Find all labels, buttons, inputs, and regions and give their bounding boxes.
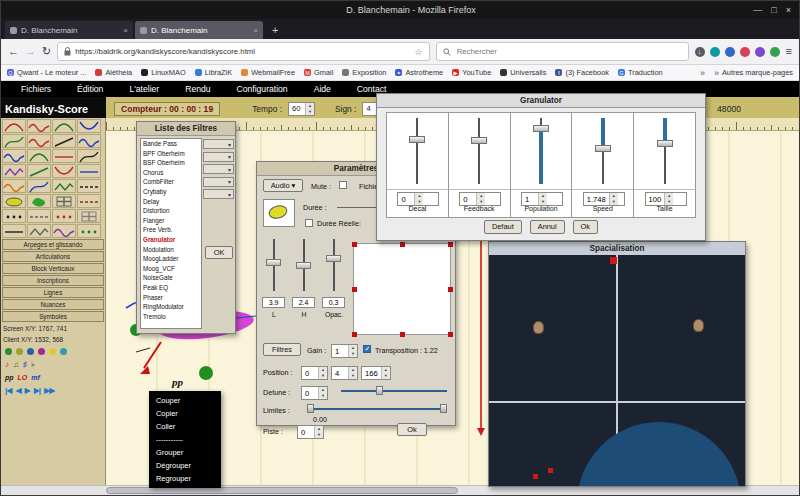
color-dot[interactable] [16,348,23,355]
filter-list-item[interactable]: Delay [141,197,201,207]
spinner-down-icon[interactable]: ▼ [306,109,314,115]
menu-item-dition[interactable]: Édition [77,84,103,94]
spinner-arrows[interactable]: ▲▼ [318,387,327,399]
extension-green-icon[interactable] [770,47,780,57]
audio-dropdown[interactable]: Audio ▾ [263,179,303,192]
granulator-slider[interactable] [572,113,633,190]
spatial-source-marker[interactable] [610,257,617,264]
category-button-arpeges-et-glissando[interactable]: Arpeges et glissando [2,239,104,250]
tab-close-icon[interactable]: × [253,26,258,35]
palette-cell-hline[interactable] [2,224,26,238]
category-button-articulations[interactable]: Articulations [2,251,104,262]
menu-item-configuration[interactable]: Configuration [237,84,288,94]
search-input[interactable] [455,46,682,57]
note-symbol[interactable]: ♫ [13,361,19,369]
scrollbar-thumb[interactable] [106,487,458,494]
palette-cell-zig[interactable] [52,179,76,193]
granulator-slider[interactable] [634,113,695,190]
color-dot[interactable] [5,348,12,355]
selection-handle[interactable] [352,332,357,337]
filter-list-item[interactable]: BPF Oberheim [141,149,201,159]
spinner-down-icon[interactable]: ▼ [349,351,357,357]
note-symbol[interactable]: ♪ [5,361,9,369]
spinner-down-icon[interactable]: ▼ [319,393,327,399]
palette-cell-dash[interactable] [77,194,101,208]
granulator-value-spinner[interactable]: 0▲▼ [459,192,501,206]
palette-cell-hline[interactable] [77,164,101,178]
reload-button[interactable]: ↻ [42,46,51,57]
palette-cell-curve[interactable] [27,179,51,193]
palette-cell-wave[interactable] [27,119,51,133]
track-spinner[interactable]: 0▲▼ [297,425,324,439]
filter-slot-select[interactable]: ▾ [203,189,234,199]
filter-list-item[interactable]: Tremolo [141,312,201,322]
filters-ok-button[interactable]: OK [205,246,233,259]
spatialisation-panel-title[interactable]: Spacialisation [489,242,745,256]
slider-thumb[interactable] [296,262,311,269]
browser-tab[interactable]: D. Blanchemain× [135,21,263,39]
spinner-arrows[interactable]: ▲▼ [348,367,357,379]
palette-cell-arc[interactable] [52,119,76,133]
slider-thumb[interactable] [326,255,341,262]
other-bookmarks-button[interactable]: » Autres marque-pages [714,68,793,78]
bookmark-star-icon[interactable]: ☆ [415,47,423,57]
dynamics-symbol[interactable]: pp [5,374,14,381]
filter-list-item[interactable]: BSF Oberheim [141,158,201,168]
dynamics-text[interactable]: pp [171,376,184,388]
spinner-down-icon[interactable]: ▼ [319,373,327,379]
listener-icon[interactable] [533,321,544,334]
palette-cell-wave[interactable] [2,149,26,163]
tab-close-icon[interactable]: × [123,26,128,35]
filter-list-item[interactable]: Free Verb. [141,225,201,235]
filter-list-item[interactable]: Phaser [141,293,201,303]
bookmark-item[interactable]: f(3) Facebook [555,68,609,77]
spinner-arrows[interactable]: ▲▼ [318,367,327,379]
spatial-red-dot[interactable] [548,468,553,473]
category-button-inscriptions[interactable]: Inscriptions [2,275,104,286]
palette-cell-hline[interactable] [52,149,76,163]
palette-cell-wave[interactable] [77,134,101,148]
filter-list-item[interactable]: NoiseGate [141,273,201,283]
note-symbol[interactable]: ♭ [31,361,35,369]
palette-cell-grid[interactable] [77,209,101,223]
filters-listbox[interactable]: Bande PassBPF OberheimBSF OberheimChorus… [140,138,202,329]
palette-cell-curve[interactable] [77,149,101,163]
dynamics-symbol[interactable]: mf [31,374,40,381]
palette-cell-arcdown[interactable] [52,164,76,178]
filter-list-item[interactable]: MoogLadder [141,254,201,264]
limits-min-thumb[interactable] [307,404,314,413]
spinner-arrows[interactable]: ▲▼ [348,345,357,357]
spinner-arrows[interactable]: ▲▼ [476,193,485,205]
menu-item-fichiers[interactable]: Fichiers [21,84,51,94]
selection-handle[interactable] [448,287,453,292]
tempo-spinner[interactable]: 60▲▼ [288,102,315,116]
close-button[interactable]: × [786,5,791,15]
filter-list-item[interactable]: Chorus [141,168,201,178]
playback-button[interactable]: |◀ [5,386,11,395]
spatial-red-dot[interactable] [533,474,538,479]
filter-list-item[interactable]: Granulator [141,235,201,245]
context-menu-item[interactable]: Dégrouper [149,459,221,472]
playback-button[interactable]: ▶▶ [44,386,54,395]
menu-item-rendu[interactable]: Rendu [185,84,210,94]
spatial-zone-circle[interactable] [577,422,741,486]
palette-cell-dash[interactable] [77,179,101,193]
bookmark-item[interactable]: LinuxMAO [141,68,186,77]
new-tab-button[interactable]: + [265,21,285,39]
palette-cell-wave[interactable] [27,134,51,148]
palette-cell-dots[interactable] [2,209,26,223]
filter-list-item[interactable]: Crybaby [141,187,201,197]
slider-thumb[interactable] [409,136,425,143]
palette-cell-dash[interactable] [27,209,51,223]
spinner-down-icon[interactable]: ▼ [349,373,357,379]
palette-cell-arc[interactable] [27,149,51,163]
color-dot[interactable] [27,348,34,355]
filters-panel-title[interactable]: Liste des Filtres [137,122,235,136]
palette-cell-wave[interactable] [2,179,26,193]
gain-spinner[interactable]: 1▲▼ [331,344,358,358]
palette-cell-dots[interactable] [77,224,101,238]
palette-cell-ellipse[interactable] [2,194,26,208]
position-spinner[interactable]: 166▲▼ [361,366,391,380]
bookmark-item[interactable]: QQwant - Le moteur ... [7,68,86,77]
palette-cell-zig[interactable] [2,164,26,178]
